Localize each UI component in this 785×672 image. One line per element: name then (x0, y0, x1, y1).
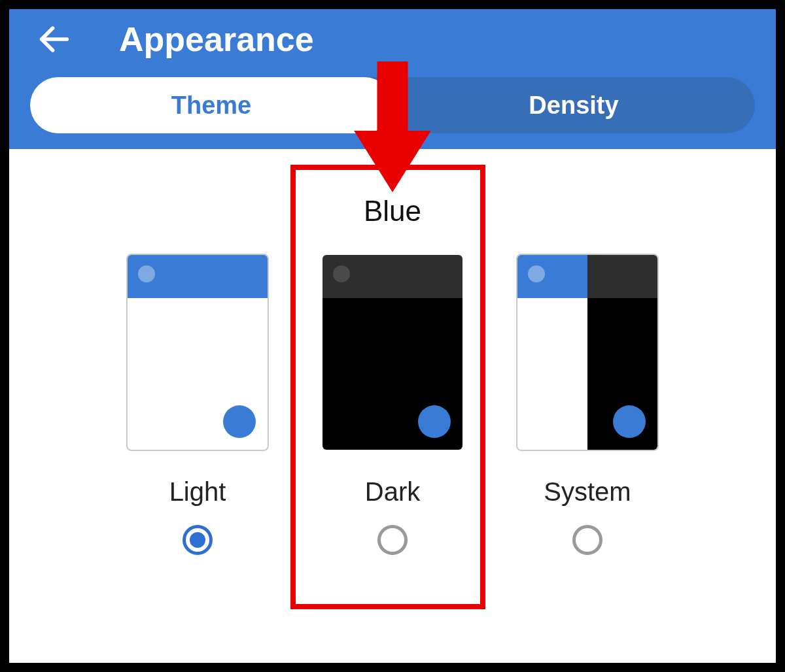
option-system[interactable]: System (516, 254, 659, 555)
header-bar: Appearance (9, 9, 776, 77)
radio-light[interactable] (183, 525, 213, 555)
device-frame: Appearance Theme Density Blue Light (0, 0, 785, 672)
theme-options-row: Light Dark (9, 254, 776, 555)
app-header: Appearance Theme Density (9, 9, 776, 149)
option-dark-label: Dark (365, 477, 420, 507)
option-system-label: System (544, 477, 631, 507)
arrow-left-icon (35, 20, 73, 58)
theme-content: Blue Light Dark (9, 149, 776, 663)
radio-system[interactable] (572, 525, 602, 555)
tab-theme[interactable]: Theme (30, 77, 392, 133)
color-scheme-label: Blue (9, 195, 776, 227)
option-light-label: Light (169, 477, 226, 507)
option-dark[interactable]: Dark (321, 254, 464, 555)
tab-density[interactable]: Density (392, 77, 755, 133)
page-title: Appearance (119, 20, 314, 59)
preview-system (516, 254, 659, 451)
preview-light (126, 254, 269, 451)
tab-switcher: Theme Density (30, 77, 755, 133)
screen: Appearance Theme Density Blue Light (9, 9, 776, 663)
back-button[interactable] (35, 20, 73, 58)
radio-dark[interactable] (377, 525, 408, 555)
option-light[interactable]: Light (126, 254, 269, 555)
preview-dark (321, 254, 464, 451)
